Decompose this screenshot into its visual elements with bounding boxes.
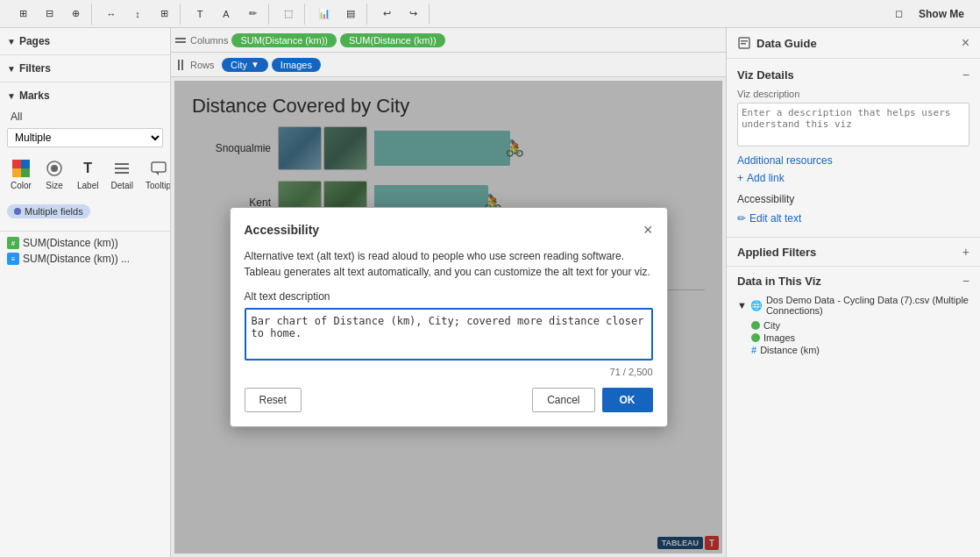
multiple-fields-label: Multiple fields bbox=[25, 206, 83, 217]
marks-header[interactable]: ▼ Marks bbox=[0, 86, 170, 105]
mark-size-btn[interactable]: Size bbox=[40, 154, 68, 194]
columns-label: Columns bbox=[174, 34, 228, 46]
field-sum-distance-1[interactable]: # SUM(Distance (km)) bbox=[7, 235, 163, 251]
modal-body-text: Alternative text (alt text) is read alou… bbox=[245, 248, 653, 280]
svg-point-5 bbox=[51, 165, 58, 172]
size-icon bbox=[44, 158, 65, 179]
toolbar-btn-6[interactable]: ⊞ bbox=[152, 4, 176, 25]
size-label: Size bbox=[46, 181, 62, 190]
viz-details-title: Viz Details bbox=[737, 68, 794, 82]
toolbar-btn-12[interactable]: ▤ bbox=[338, 4, 363, 25]
data-source-row[interactable]: ▼ 🌐 Dos Demo Data - Cycling Data (7).csv… bbox=[737, 295, 969, 316]
data-in-viz-collapse-btn[interactable]: − bbox=[962, 274, 969, 288]
mark-detail-btn[interactable]: Detail bbox=[107, 154, 137, 194]
svg-rect-0 bbox=[12, 160, 21, 168]
row-pill-city[interactable]: City ▼ bbox=[222, 58, 268, 72]
data-guide-icon bbox=[737, 36, 751, 50]
field-distance-row: # Distance (km) bbox=[737, 344, 969, 356]
column-pill-1[interactable]: SUM(Distance (km)) bbox=[231, 33, 337, 47]
toolbar-present-btn[interactable]: ◻ bbox=[887, 4, 912, 25]
field-label-1: SUM(Distance (km)) bbox=[23, 237, 118, 249]
toolbar-group-3: T A ✏ bbox=[184, 4, 269, 25]
accessibility-row: Accessibility bbox=[737, 189, 969, 209]
toolbar-btn-2[interactable]: ⊟ bbox=[37, 4, 61, 25]
pages-header[interactable]: ▼ Pages bbox=[0, 32, 170, 51]
marks-label: Marks bbox=[19, 89, 50, 102]
toolbar-btn-14[interactable]: ↪ bbox=[401, 4, 425, 25]
marks-type-select[interactable]: Multiple Bar Line Circle bbox=[7, 128, 163, 147]
rows-pills-bar: Rows City ▼ Images bbox=[171, 53, 726, 77]
toolbar-btn-11[interactable]: 📊 bbox=[312, 4, 337, 25]
filters-header[interactable]: ▼ Filters bbox=[0, 59, 170, 78]
field-city-row: City bbox=[737, 319, 969, 332]
toolbar-group-6: ↩ ↪ bbox=[371, 4, 430, 25]
toolbar-group-show-me: ◻ Show Me bbox=[884, 4, 973, 25]
row-pill-images[interactable]: Images bbox=[272, 58, 321, 72]
fields-section: # SUM(Distance (km)) ≡ SUM(Distance (km)… bbox=[0, 232, 170, 270]
modal-header: Accessibility × bbox=[245, 222, 653, 238]
main-layout: ▼ Pages ▼ Filters ▼ Marks All Multiple B… bbox=[0, 28, 980, 557]
marks-content: All Multiple Bar Line Circle Color bbox=[0, 105, 170, 227]
pages-chevron-icon: ▼ bbox=[7, 37, 16, 46]
svg-rect-6 bbox=[115, 163, 129, 165]
show-me-button[interactable]: Show Me bbox=[913, 8, 969, 20]
pages-section: ▼ Pages bbox=[0, 28, 170, 55]
field-sum-distance-2[interactable]: ≡ SUM(Distance (km)) ... bbox=[7, 251, 163, 267]
alt-text-label: Alt text description bbox=[245, 290, 653, 303]
data-in-viz-section: Data in This Viz − ▼ 🌐 Dos Demo Data - C… bbox=[727, 267, 980, 363]
right-panel-close-button[interactable]: × bbox=[962, 35, 969, 51]
mark-label-btn[interactable]: T Label bbox=[74, 154, 102, 194]
cancel-button[interactable]: Cancel bbox=[532, 388, 594, 412]
toolbar-group-1: ⊞ ⊟ ⊕ bbox=[7, 4, 92, 25]
right-panel-header: Data Guide × bbox=[727, 28, 980, 59]
globe-icon: 🌐 bbox=[750, 300, 763, 311]
viz-description-textarea[interactable] bbox=[737, 103, 969, 146]
reset-button[interactable]: Reset bbox=[245, 388, 302, 412]
svg-rect-3 bbox=[21, 168, 30, 177]
toolbar-btn-8[interactable]: A bbox=[214, 4, 238, 25]
mark-color-btn[interactable]: Color bbox=[7, 154, 35, 194]
toolbar-btn-9[interactable]: ✏ bbox=[240, 4, 265, 25]
edit-alt-text-btn[interactable]: ✏ Edit alt text bbox=[737, 212, 969, 225]
toolbar-btn-7[interactable]: T bbox=[188, 4, 212, 25]
toolbar-btn-13[interactable]: ↩ bbox=[374, 4, 399, 25]
char-count: 71 / 2,500 bbox=[245, 367, 653, 377]
viz-details-collapse-btn[interactable]: − bbox=[962, 68, 969, 82]
ok-button[interactable]: OK bbox=[602, 388, 653, 412]
field-label-2: SUM(Distance (km)) ... bbox=[23, 253, 130, 265]
accessibility-label: Accessibility bbox=[737, 193, 794, 205]
svg-rect-1 bbox=[21, 160, 30, 168]
toolbar-btn-5[interactable]: ↕ bbox=[125, 4, 150, 25]
alt-text-textarea[interactable] bbox=[245, 308, 653, 361]
marks-section: ▼ Marks All Multiple Bar Line Circle Co bbox=[0, 82, 170, 232]
toolbar-btn-10[interactable]: ⬚ bbox=[276, 4, 301, 25]
data-in-viz-title: Data in This Viz bbox=[737, 275, 821, 288]
column-pill-2[interactable]: SUM(Distance (km)) bbox=[340, 33, 445, 47]
left-sidebar: ▼ Pages ▼ Filters ▼ Marks All Multiple B… bbox=[0, 28, 171, 557]
viz-details-title-row: Viz Details − bbox=[737, 68, 969, 82]
modal-close-button[interactable]: × bbox=[643, 222, 653, 238]
marks-icons-row: Color Size T Label bbox=[7, 154, 163, 194]
applied-filters-section: Applied Filters + bbox=[727, 238, 980, 267]
columns-pills-bar: Columns SUM(Distance (km)) SUM(Distance … bbox=[171, 28, 726, 53]
datasource-expand-icon: ▼ bbox=[737, 300, 747, 311]
multiple-fields-chip[interactable]: Multiple fields bbox=[7, 204, 90, 218]
field-badge-1: # bbox=[7, 237, 19, 249]
toolbar-btn-1[interactable]: ⊞ bbox=[11, 4, 35, 25]
add-link-btn[interactable]: + Add link bbox=[737, 172, 969, 184]
mark-tooltip-btn[interactable]: Tooltip bbox=[142, 154, 171, 194]
applied-filters-add-btn[interactable]: + bbox=[962, 245, 969, 259]
detail-label: Detail bbox=[110, 181, 133, 190]
applied-filters-title: Applied Filters bbox=[737, 246, 816, 259]
modal-overlay: Accessibility × Alternative text (alt te… bbox=[174, 81, 722, 553]
detail-icon bbox=[111, 158, 132, 179]
pencil-icon: ✏ bbox=[737, 212, 746, 225]
toolbar-btn-3[interactable]: ⊕ bbox=[63, 4, 88, 25]
svg-marker-10 bbox=[155, 172, 159, 175]
toolbar-btn-4[interactable]: ↔ bbox=[99, 4, 124, 25]
toolbar-group-4: ⬚ bbox=[273, 4, 305, 25]
rows-label: Rows bbox=[174, 59, 218, 71]
canvas-area: Columns SUM(Distance (km)) SUM(Distance … bbox=[171, 28, 726, 557]
field-badge-2: ≡ bbox=[7, 253, 19, 265]
applied-filters-header: Applied Filters + bbox=[737, 245, 969, 259]
